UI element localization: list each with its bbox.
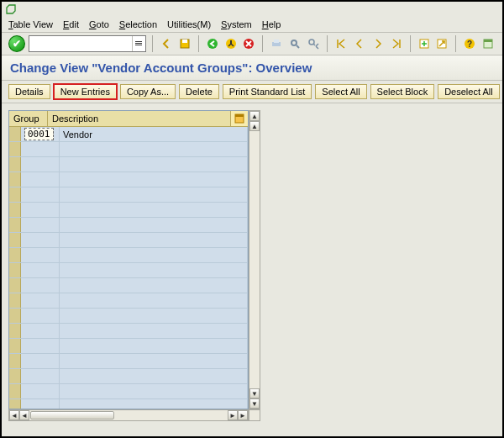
menu-item-edit[interactable]: Edit (63, 19, 79, 29)
hscroll-thumb[interactable] (30, 411, 114, 420)
row-selector[interactable] (9, 309, 21, 323)
print-standard-list-button[interactable]: Print Standard List (223, 84, 312, 99)
copy-as-button[interactable]: Copy As... (120, 84, 176, 99)
cell-group[interactable] (21, 157, 60, 172)
menu-item-utilities-m-[interactable]: Utilities(M) (167, 19, 211, 29)
table-row-empty[interactable] (9, 369, 248, 384)
table-row-empty[interactable] (9, 218, 248, 233)
row-selector[interactable] (9, 157, 21, 172)
cell-description[interactable] (60, 384, 248, 398)
table-row-empty[interactable] (9, 142, 248, 157)
exit-yellow-icon[interactable] (223, 36, 239, 51)
new-session-icon[interactable] (417, 36, 432, 51)
table-row-empty[interactable] (9, 399, 248, 409)
cell-description[interactable] (60, 218, 248, 232)
cell-description[interactable] (60, 157, 248, 172)
cell-group[interactable] (21, 399, 60, 409)
cell-group[interactable] (21, 187, 60, 202)
delete-button[interactable]: Delete (179, 84, 219, 99)
find-next-icon[interactable] (306, 36, 321, 51)
cell-group[interactable] (21, 369, 60, 383)
cell-description[interactable] (60, 399, 248, 409)
row-selector[interactable] (9, 324, 21, 338)
row-selector[interactable] (9, 142, 21, 156)
menu-item-system[interactable]: System (221, 19, 252, 29)
cell-description[interactable] (60, 354, 248, 368)
command-dropdown[interactable] (132, 36, 145, 51)
table-row[interactable]: 0001Vendor (9, 127, 248, 142)
cell-group[interactable] (21, 309, 60, 323)
menu-item-selection[interactable]: Selection (119, 19, 157, 29)
row-selector[interactable] (9, 369, 21, 383)
cell-group[interactable] (21, 248, 60, 262)
vertical-scrollbar[interactable]: ▲ ▲ ▼ ▼ (249, 110, 260, 409)
cell-group[interactable] (21, 203, 60, 217)
cell-description[interactable] (60, 187, 248, 202)
scroll-page-up-button[interactable]: ▲ (249, 121, 260, 131)
enter-button[interactable]: ✔ (8, 35, 25, 52)
table-row-empty[interactable] (9, 172, 248, 187)
cell-description[interactable] (60, 172, 248, 187)
cell-group[interactable] (21, 293, 60, 308)
back-green-icon[interactable] (205, 36, 220, 51)
row-selector[interactable] (9, 233, 21, 247)
command-field[interactable] (29, 35, 146, 52)
menu-item-table-view[interactable]: Table View (8, 19, 53, 29)
print-icon[interactable] (269, 36, 284, 51)
table-row-empty[interactable] (9, 293, 248, 309)
scroll-page-left-button[interactable]: ◄ (19, 410, 29, 420)
new-entries-button[interactable]: New Entries (54, 84, 117, 99)
cell-description[interactable]: Vendor (60, 127, 248, 141)
table-row-empty[interactable] (9, 354, 248, 369)
table-row-empty[interactable] (9, 309, 248, 324)
cell-group[interactable] (21, 263, 60, 277)
row-selector[interactable] (9, 293, 21, 308)
menu-item-help[interactable]: Help (262, 19, 281, 29)
select-all-button[interactable]: Select All (315, 84, 366, 99)
column-header-group[interactable]: Group (9, 111, 48, 126)
cell-description[interactable] (60, 248, 248, 262)
table-row-empty[interactable] (9, 339, 248, 354)
row-selector[interactable] (9, 263, 21, 277)
row-selector[interactable] (9, 218, 21, 232)
cell-description[interactable] (60, 233, 248, 247)
find-icon[interactable] (287, 36, 302, 51)
cell-description[interactable] (60, 369, 248, 383)
table-row-empty[interactable] (9, 324, 248, 339)
horizontal-scrollbar[interactable]: ◄ ◄ ► ► (8, 409, 249, 421)
row-selector[interactable] (9, 354, 21, 368)
table-row-empty[interactable] (9, 278, 248, 293)
first-page-icon[interactable] (333, 36, 349, 51)
row-selector[interactable] (9, 248, 21, 262)
cell-description[interactable] (60, 278, 248, 293)
table-row-empty[interactable] (9, 384, 248, 399)
help-icon[interactable]: ? (462, 36, 477, 51)
toolbar-back-icon[interactable] (159, 36, 174, 51)
table-row-empty[interactable] (9, 248, 248, 263)
table-row-empty[interactable] (9, 233, 248, 248)
row-selector[interactable] (9, 399, 21, 409)
row-selector[interactable] (9, 127, 21, 141)
row-selector[interactable] (9, 203, 21, 217)
scroll-right-button[interactable]: ► (238, 410, 248, 420)
details-button[interactable]: Details (8, 84, 50, 99)
cell-description[interactable] (60, 203, 248, 217)
scroll-down-button[interactable]: ▼ (249, 398, 260, 409)
cell-description[interactable] (60, 263, 248, 277)
table-row-empty[interactable] (9, 187, 248, 203)
cell-group[interactable] (21, 354, 60, 368)
scroll-up-button[interactable]: ▲ (249, 111, 260, 121)
cell-group[interactable] (21, 339, 60, 353)
cell-group[interactable] (21, 218, 60, 232)
layout-icon[interactable] (480, 36, 496, 51)
cell-group[interactable] (21, 172, 60, 187)
row-selector[interactable] (9, 187, 21, 202)
row-selector[interactable] (9, 278, 21, 293)
save-icon[interactable] (177, 36, 192, 51)
cell-description[interactable] (60, 309, 248, 323)
scroll-left-button[interactable]: ◄ (9, 410, 19, 420)
row-selector[interactable] (9, 172, 21, 187)
deselect-all-button[interactable]: Deselect All (438, 84, 499, 99)
cell-description[interactable] (60, 339, 248, 353)
cell-group[interactable]: 0001 (21, 127, 60, 141)
